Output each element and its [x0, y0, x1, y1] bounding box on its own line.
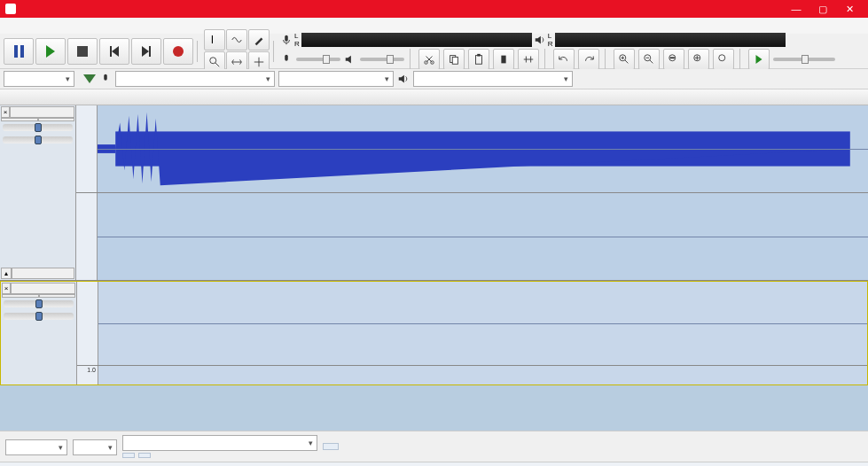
pause-button[interactable]	[4, 38, 34, 65]
selection-toolbar: ▾ ▾ ▾	[0, 431, 868, 462]
waveform-channel-right[interactable]	[98, 193, 868, 280]
speaker-icon	[534, 34, 546, 46]
svg-rect-8	[477, 54, 481, 57]
pan-slider[interactable]	[3, 136, 73, 144]
track-name-dropdown[interactable]	[10, 106, 74, 118]
cut-button[interactable]	[418, 49, 440, 70]
titlebar: — ▢ ✕	[0, 0, 868, 18]
record-device-select[interactable]: ▾	[115, 71, 275, 87]
amplitude-scale	[76, 105, 98, 192]
track-panel[interactable]: × ▴	[0, 105, 76, 280]
redo-button[interactable]	[578, 49, 599, 70]
track-row: × 1.0	[0, 281, 868, 385]
close-button[interactable]: ✕	[836, 0, 863, 18]
skip-start-button[interactable]	[99, 38, 129, 65]
trim-button[interactable]	[493, 49, 514, 70]
solo-button[interactable]	[39, 294, 76, 298]
playhead-marker-icon	[83, 74, 96, 83]
svg-rect-9	[501, 56, 505, 64]
track-area: × ▴	[0, 105, 868, 431]
svg-point-1	[210, 58, 216, 64]
track-close-button[interactable]: ×	[2, 283, 11, 294]
waveform-channel-left[interactable]	[98, 282, 867, 365]
skip-end-button[interactable]	[131, 38, 161, 65]
stop-button[interactable]	[67, 38, 98, 65]
timeline-ruler[interactable]	[0, 89, 868, 105]
record-button[interactable]	[163, 38, 193, 65]
rec-meter-lr: LR	[294, 32, 300, 48]
gain-slider[interactable]	[3, 124, 73, 131]
speaker-device-icon	[397, 73, 410, 85]
play-speed-slider[interactable]	[773, 58, 835, 61]
fit-selection-button[interactable]	[663, 49, 684, 70]
record-meter[interactable]	[301, 33, 532, 47]
waveform-channel-right[interactable]	[98, 366, 867, 384]
snap-select[interactable]: ▾	[73, 439, 117, 455]
maximize-button[interactable]: ▢	[809, 0, 836, 18]
selection-start-field[interactable]	[122, 453, 135, 458]
solo-button[interactable]	[38, 118, 75, 121]
mute-button[interactable]	[1, 118, 38, 121]
track-close-button[interactable]: ×	[1, 106, 10, 118]
svg-text:I: I	[211, 34, 214, 46]
collapse-button[interactable]: ▴	[1, 268, 12, 279]
play-button[interactable]	[35, 38, 66, 65]
device-toolbar: ▾ ▾ ▾ ▾	[0, 69, 868, 89]
mic-gain-icon	[280, 53, 293, 66]
mute-button[interactable]	[2, 294, 39, 298]
svg-point-17	[719, 55, 725, 61]
transport-toolbar: I LR LR	[0, 34, 868, 69]
status-bar	[0, 462, 868, 466]
track-row: × ▴	[0, 105, 868, 281]
playback-volume-slider[interactable]	[360, 58, 404, 61]
selection-tool-button[interactable]: I	[204, 29, 225, 50]
project-rate-select[interactable]: ▾	[5, 439, 67, 455]
amplitude-scale	[76, 193, 98, 280]
playback-device-select[interactable]: ▾	[413, 71, 573, 87]
silence-button[interactable]	[518, 49, 539, 70]
envelope-tool-button[interactable]	[226, 29, 247, 50]
track-name-dropdown[interactable]	[11, 283, 75, 294]
selection-mode-select[interactable]: ▾	[122, 435, 317, 451]
copy-button[interactable]	[443, 49, 465, 70]
select-track-button[interactable]	[12, 268, 74, 279]
svg-rect-15	[670, 57, 675, 58]
track-panel[interactable]: ×	[1, 282, 77, 384]
play-meter[interactable]	[555, 33, 786, 47]
app-icon	[5, 4, 16, 14]
record-volume-slider[interactable]	[296, 58, 340, 61]
svg-line-2	[215, 63, 219, 66]
zoom-toggle-button[interactable]	[713, 49, 734, 70]
paste-button[interactable]	[468, 49, 489, 70]
zoom-out-button[interactable]	[638, 49, 660, 70]
minimize-button[interactable]: —	[783, 0, 809, 18]
undo-button[interactable]	[553, 49, 575, 70]
fit-project-button[interactable]	[688, 49, 709, 70]
gain-slider[interactable]	[4, 300, 74, 307]
record-channels-select[interactable]: ▾	[278, 71, 394, 87]
waveform-channel-left[interactable]	[98, 105, 868, 192]
draw-tool-button[interactable]	[248, 29, 270, 50]
selection-end-field[interactable]	[138, 453, 151, 458]
amplitude-scale	[77, 282, 98, 365]
pan-slider[interactable]	[4, 313, 74, 320]
audio-host-select[interactable]: ▾	[4, 71, 74, 87]
svg-rect-7	[476, 56, 482, 65]
audio-position-field[interactable]	[323, 443, 339, 450]
svg-line-11	[625, 60, 629, 64]
play-meter-lr: LR	[548, 32, 553, 48]
amplitude-scale: 1.0	[77, 366, 98, 384]
playback-gain-icon	[344, 53, 356, 66]
svg-rect-6	[452, 57, 457, 64]
mic-icon	[280, 34, 293, 46]
svg-line-13	[650, 60, 653, 64]
zoom-in-button[interactable]	[614, 49, 635, 70]
track-info	[2, 322, 75, 326]
mic-device-icon	[99, 73, 112, 85]
play-at-speed-button[interactable]	[748, 49, 770, 70]
